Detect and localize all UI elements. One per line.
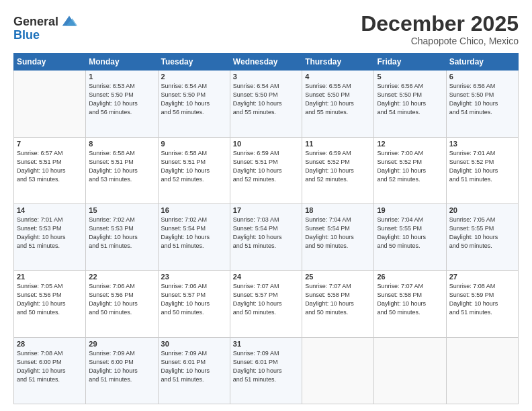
day-number: 8 [89, 140, 154, 148]
calendar-cell: 23Sunrise: 7:06 AMSunset: 5:57 PMDayligh… [158, 271, 230, 337]
calendar-week-row: 21Sunrise: 7:05 AMSunset: 5:56 PMDayligh… [14, 271, 519, 337]
day-number: 17 [233, 206, 299, 214]
calendar-day-header: Saturday [446, 54, 518, 71]
day-info: Sunrise: 6:59 AMSunset: 5:51 PMDaylight:… [233, 149, 299, 184]
day-info: Sunrise: 7:04 AMSunset: 5:55 PMDaylight:… [377, 216, 443, 250]
day-number: 21 [17, 273, 83, 281]
day-number: 18 [305, 206, 371, 214]
day-info: Sunrise: 7:04 AMSunset: 5:54 PMDaylight:… [305, 216, 371, 250]
calendar-day-header: Sunday [14, 54, 86, 71]
calendar-cell: 3Sunrise: 6:54 AMSunset: 5:50 PMDaylight… [230, 71, 302, 137]
day-number: 14 [17, 206, 83, 214]
day-number: 23 [161, 273, 227, 281]
calendar-week-row: 7Sunrise: 6:57 AMSunset: 5:51 PMDaylight… [14, 137, 519, 203]
day-info: Sunrise: 7:07 AMSunset: 5:57 PMDaylight:… [233, 282, 299, 317]
day-number: 30 [161, 340, 227, 348]
day-info: Sunrise: 6:56 AMSunset: 5:50 PMDaylight:… [377, 82, 443, 117]
day-number: 2 [161, 73, 227, 81]
day-info: Sunrise: 6:54 AMSunset: 5:50 PMDaylight:… [233, 82, 299, 117]
calendar-cell: 26Sunrise: 7:07 AMSunset: 5:58 PMDayligh… [374, 271, 446, 337]
calendar-week-row: 28Sunrise: 7:08 AMSunset: 6:00 PMDayligh… [14, 337, 519, 404]
day-number: 5 [377, 73, 443, 81]
day-info: Sunrise: 7:02 AMSunset: 5:53 PMDaylight:… [89, 216, 154, 250]
day-info: Sunrise: 7:07 AMSunset: 5:58 PMDaylight:… [305, 282, 371, 317]
day-number: 15 [89, 206, 154, 214]
calendar-day-header: Monday [86, 54, 158, 71]
day-number: 22 [89, 273, 154, 281]
day-number: 16 [161, 206, 227, 214]
day-info: Sunrise: 7:05 AMSunset: 5:55 PMDaylight:… [449, 216, 515, 250]
calendar-day-header: Wednesday [230, 54, 302, 71]
calendar-cell: 13Sunrise: 7:01 AMSunset: 5:52 PMDayligh… [446, 137, 518, 203]
calendar-cell: 24Sunrise: 7:07 AMSunset: 5:57 PMDayligh… [230, 271, 302, 337]
day-number: 24 [233, 273, 299, 281]
day-number: 3 [233, 73, 299, 81]
calendar-cell: 16Sunrise: 7:02 AMSunset: 5:54 PMDayligh… [158, 203, 230, 270]
calendar-cell: 18Sunrise: 7:04 AMSunset: 5:54 PMDayligh… [302, 203, 374, 270]
day-info: Sunrise: 7:08 AMSunset: 6:00 PMDaylight:… [17, 349, 83, 384]
calendar-cell: 19Sunrise: 7:04 AMSunset: 5:55 PMDayligh… [374, 203, 446, 270]
calendar-cell: 7Sunrise: 6:57 AMSunset: 5:51 PMDaylight… [14, 137, 86, 203]
day-info: Sunrise: 6:53 AMSunset: 5:50 PMDaylight:… [89, 82, 154, 117]
calendar-header-row: SundayMondayTuesdayWednesdayThursdayFrid… [14, 54, 519, 71]
day-number: 12 [377, 140, 443, 148]
day-number: 11 [305, 140, 371, 148]
day-info: Sunrise: 7:06 AMSunset: 5:56 PMDaylight:… [89, 282, 154, 317]
day-info: Sunrise: 6:56 AMSunset: 5:50 PMDaylight:… [449, 82, 515, 117]
day-number: 28 [17, 340, 83, 348]
day-info: Sunrise: 7:09 AMSunset: 6:00 PMDaylight:… [89, 349, 154, 384]
calendar-cell: 22Sunrise: 7:06 AMSunset: 5:56 PMDayligh… [86, 271, 158, 337]
calendar-cell [14, 71, 86, 137]
calendar-cell: 27Sunrise: 7:08 AMSunset: 5:59 PMDayligh… [446, 271, 518, 337]
day-number: 9 [161, 140, 227, 148]
calendar-cell: 9Sunrise: 6:58 AMSunset: 5:51 PMDaylight… [158, 137, 230, 203]
day-info: Sunrise: 7:06 AMSunset: 5:57 PMDaylight:… [161, 282, 227, 317]
page: General Blue December 2025 Chapopote Chi… [0, 0, 532, 411]
day-info: Sunrise: 7:08 AMSunset: 5:59 PMDaylight:… [449, 282, 515, 317]
title-block: December 2025 Chapopote Chico, Mexico [361, 12, 519, 46]
calendar-cell: 25Sunrise: 7:07 AMSunset: 5:58 PMDayligh… [302, 271, 374, 337]
calendar-cell: 20Sunrise: 7:05 AMSunset: 5:55 PMDayligh… [446, 203, 518, 270]
day-info: Sunrise: 7:01 AMSunset: 5:53 PMDaylight:… [17, 216, 83, 250]
calendar-cell: 5Sunrise: 6:56 AMSunset: 5:50 PMDaylight… [374, 71, 446, 137]
calendar-cell: 17Sunrise: 7:03 AMSunset: 5:54 PMDayligh… [230, 203, 302, 270]
day-number: 27 [449, 273, 515, 281]
day-info: Sunrise: 7:01 AMSunset: 5:52 PMDaylight:… [449, 149, 515, 184]
calendar-cell [374, 337, 446, 404]
calendar-day-header: Friday [374, 54, 446, 71]
day-number: 10 [233, 140, 299, 148]
day-number: 4 [305, 73, 371, 81]
logo-icon [60, 12, 79, 31]
calendar-cell: 8Sunrise: 6:58 AMSunset: 5:51 PMDaylight… [86, 137, 158, 203]
day-number: 25 [305, 273, 371, 281]
day-number: 31 [233, 340, 299, 348]
calendar-cell: 30Sunrise: 7:09 AMSunset: 6:01 PMDayligh… [158, 337, 230, 404]
day-info: Sunrise: 6:54 AMSunset: 5:50 PMDaylight:… [161, 82, 227, 117]
calendar-table: SundayMondayTuesdayWednesdayThursdayFrid… [13, 53, 519, 404]
calendar-cell: 4Sunrise: 6:55 AMSunset: 5:50 PMDaylight… [302, 71, 374, 137]
calendar-cell: 1Sunrise: 6:53 AMSunset: 5:50 PMDaylight… [86, 71, 158, 137]
day-info: Sunrise: 6:57 AMSunset: 5:51 PMDaylight:… [17, 149, 83, 184]
location: Chapopote Chico, Mexico [361, 36, 519, 46]
header: General Blue December 2025 Chapopote Chi… [13, 12, 519, 46]
calendar-cell: 28Sunrise: 7:08 AMSunset: 6:00 PMDayligh… [14, 337, 86, 404]
day-number: 7 [17, 140, 83, 148]
calendar-cell [302, 337, 374, 404]
calendar-cell [446, 337, 518, 404]
day-info: Sunrise: 6:58 AMSunset: 5:51 PMDaylight:… [161, 149, 227, 184]
calendar-day-header: Tuesday [158, 54, 230, 71]
logo: General Blue [13, 12, 79, 42]
day-number: 26 [377, 273, 443, 281]
calendar-cell: 14Sunrise: 7:01 AMSunset: 5:53 PMDayligh… [14, 203, 86, 270]
day-info: Sunrise: 6:58 AMSunset: 5:51 PMDaylight:… [89, 149, 154, 184]
calendar-week-row: 14Sunrise: 7:01 AMSunset: 5:53 PMDayligh… [14, 203, 519, 270]
day-number: 1 [89, 73, 154, 81]
calendar-cell: 10Sunrise: 6:59 AMSunset: 5:51 PMDayligh… [230, 137, 302, 203]
day-number: 6 [449, 73, 515, 81]
day-number: 13 [449, 140, 515, 148]
day-info: Sunrise: 7:05 AMSunset: 5:56 PMDaylight:… [17, 282, 83, 317]
month-title: December 2025 [361, 12, 519, 36]
day-info: Sunrise: 7:09 AMSunset: 6:01 PMDaylight:… [233, 349, 299, 384]
logo-general: General [13, 15, 58, 29]
day-info: Sunrise: 7:00 AMSunset: 5:52 PMDaylight:… [377, 149, 443, 184]
